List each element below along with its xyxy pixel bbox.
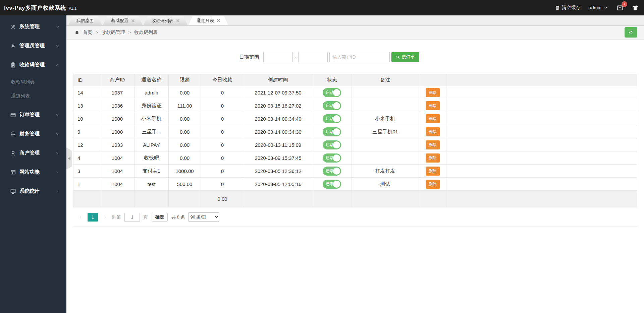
current-page-button[interactable]: 1 xyxy=(88,213,98,222)
delete-button[interactable]: 删除 xyxy=(426,114,440,123)
status-toggle[interactable]: 启动 xyxy=(323,101,341,110)
column-header-id: ID xyxy=(73,74,100,86)
sidebar-collapse-handle[interactable] xyxy=(66,147,72,170)
status-toggle[interactable]: 启动 xyxy=(323,88,341,97)
cell-today-income: 0 xyxy=(201,165,244,178)
delete-button[interactable]: 删除 xyxy=(426,167,440,176)
page-size-select[interactable]: 90 条/页 xyxy=(189,212,219,222)
cell-remark: 三星手机01 xyxy=(352,125,419,138)
delete-button[interactable]: 删除 xyxy=(426,127,440,136)
sidebar-item-payment-code-management[interactable]: 收款码管理 xyxy=(0,55,66,74)
cell-channel-name: 小米手机 xyxy=(135,112,169,125)
cell-id: 9 xyxy=(73,125,100,138)
filler-cell xyxy=(446,151,637,165)
sidebar-item-website-functions[interactable]: 网站功能 xyxy=(0,163,66,182)
delete-button[interactable]: 删除 xyxy=(426,140,440,149)
cell-action: 删除 xyxy=(419,112,446,125)
search-button-label: 搜订单 xyxy=(402,54,415,60)
trash-icon xyxy=(555,5,560,10)
tab-basic-config[interactable]: 基础配置 xyxy=(103,16,143,25)
search-button[interactable]: 搜订单 xyxy=(391,52,419,62)
column-header-channel-name: 通道名称 xyxy=(135,74,169,86)
column-header-filler xyxy=(446,74,637,86)
sidebar-item-system-management[interactable]: 系统管理 xyxy=(0,17,66,36)
cell-id: 12 xyxy=(73,138,100,151)
stats-icon xyxy=(10,188,16,194)
sidebar-item-finance-management[interactable]: 财务管理 xyxy=(0,124,66,143)
cell-limit: 0.00 xyxy=(169,125,201,138)
breadcrumb-payment-code-management[interactable]: 收款码管理 xyxy=(102,29,125,36)
close-icon[interactable] xyxy=(131,19,135,22)
sidebar-subitem-payment-code-list[interactable]: 收款码列表 xyxy=(0,75,66,89)
filler-cell xyxy=(446,138,637,151)
status-toggle-label: 启动 xyxy=(326,116,334,122)
sidebar-submenu: 收款码列表 通道列表 xyxy=(0,74,66,105)
cell-status: 启动 xyxy=(312,178,352,191)
status-toggle[interactable]: 启动 xyxy=(323,140,341,149)
app-version: v1.1 xyxy=(69,6,77,11)
status-toggle[interactable]: 启动 xyxy=(323,167,341,176)
sidebar-subitem-label: 收款码列表 xyxy=(11,79,35,85)
refresh-button[interactable] xyxy=(625,27,637,38)
chevron-down-icon xyxy=(56,25,60,29)
date-start-input[interactable] xyxy=(263,52,293,62)
delete-button[interactable]: 删除 xyxy=(426,180,440,189)
website-icon xyxy=(10,169,16,175)
close-icon[interactable] xyxy=(176,19,179,22)
breadcrumb-home[interactable]: 首页 xyxy=(83,29,92,36)
tab-payment-code-list[interactable]: 收款码列表 xyxy=(144,16,187,25)
status-toggle[interactable]: 启动 xyxy=(323,127,341,136)
user-menu[interactable]: admin xyxy=(589,5,608,10)
chevron-right-icon xyxy=(103,215,107,220)
tab-my-desktop[interactable]: 我的桌面 xyxy=(68,16,102,25)
sidebar-item-merchant-management[interactable]: 商户管理 xyxy=(0,143,66,163)
toggle-knob xyxy=(333,128,340,135)
topbar: lvv-Pay多商户收款系统 v1.1 清空缓存 admin 1 xyxy=(0,0,644,15)
column-header-remark: 备注 xyxy=(352,74,419,86)
status-toggle[interactable]: 启动 xyxy=(323,153,341,163)
chevron-left-icon xyxy=(78,215,83,220)
status-toggle[interactable]: 启动 xyxy=(323,114,341,123)
sidebar-item-admin-management[interactable]: 管理员管理 xyxy=(0,36,66,55)
cell-channel-name: admin xyxy=(135,86,169,99)
sidebar-item-system-statistics[interactable]: 系统统计 xyxy=(0,182,66,201)
total-cell xyxy=(312,191,352,207)
user-icon xyxy=(10,43,16,49)
cell-action: 删除 xyxy=(419,125,446,138)
table-body: 14 1037 admin 0.00 0 2021-12-07 09:37:50… xyxy=(73,86,637,191)
breadcrumb-payment-code-list[interactable]: 收款码列表 xyxy=(134,29,158,36)
theme-button[interactable] xyxy=(632,4,639,11)
date-range-separator: - xyxy=(294,54,296,60)
main-area: 我的桌面 基础配置 收款码列表 通道列表 首页 > 收款码管理 > xyxy=(66,15,644,313)
delete-button[interactable]: 删除 xyxy=(426,153,440,163)
delete-button[interactable]: 删除 xyxy=(426,88,440,97)
confirm-page-button[interactable]: 确定 xyxy=(152,213,168,222)
database-icon xyxy=(10,131,16,137)
cell-merchant-id: 1000 xyxy=(100,125,135,138)
total-count-label: 共 8 条 xyxy=(171,214,185,220)
date-end-input[interactable] xyxy=(298,52,328,62)
cell-remark xyxy=(352,151,419,165)
cell-id: 3 xyxy=(73,165,100,178)
prev-page-button[interactable] xyxy=(77,213,84,222)
table-row: 10 1000 小米手机 0.00 0 2020-03-14 00:34:40 … xyxy=(73,112,637,125)
column-header-status: 状态 xyxy=(312,74,352,86)
close-icon[interactable] xyxy=(217,19,220,22)
tab-label: 通道列表 xyxy=(197,16,214,25)
sidebar-item-label: 系统管理 xyxy=(19,23,56,30)
chevron-down-icon xyxy=(56,151,60,155)
status-toggle[interactable]: 启动 xyxy=(323,180,341,189)
date-range-label: 日期范围: xyxy=(239,54,261,60)
tab-channel-list[interactable]: 通道列表 xyxy=(189,16,228,25)
toggle-knob xyxy=(333,89,340,96)
messages-button[interactable]: 1 xyxy=(616,4,624,11)
merchant-id-input[interactable] xyxy=(329,52,390,62)
sidebar-item-order-management[interactable]: 订单管理 xyxy=(0,105,66,124)
delete-button[interactable]: 删除 xyxy=(426,101,440,110)
next-page-button[interactable] xyxy=(102,213,108,222)
app-brand: lvv-Pay多商户收款系统 v1.1 xyxy=(4,4,76,12)
goto-page-input[interactable] xyxy=(124,213,140,222)
clear-cache-button[interactable]: 清空缓存 xyxy=(555,5,581,11)
cell-remark: 测试 xyxy=(352,178,419,191)
sidebar-subitem-channel-list[interactable]: 通道列表 xyxy=(0,89,66,103)
